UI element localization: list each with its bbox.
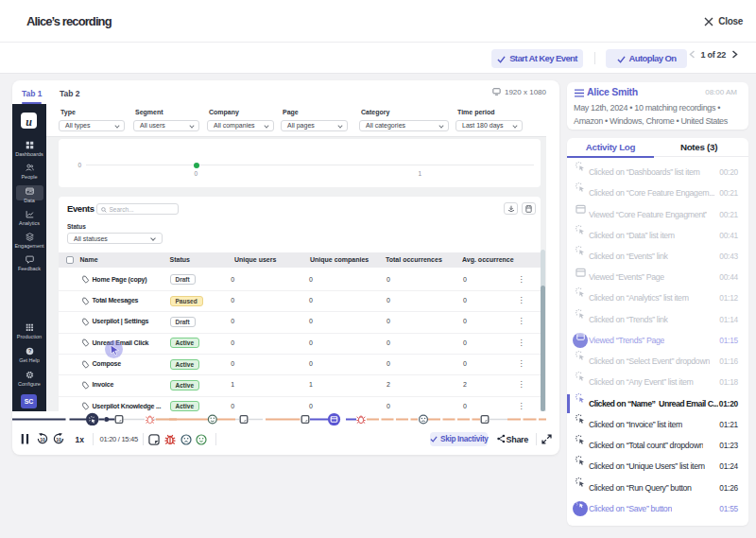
svg-text:?: ? <box>27 349 30 355</box>
svg-text:10: 10 <box>56 437 61 443</box>
svg-text:10: 10 <box>40 437 45 443</box>
